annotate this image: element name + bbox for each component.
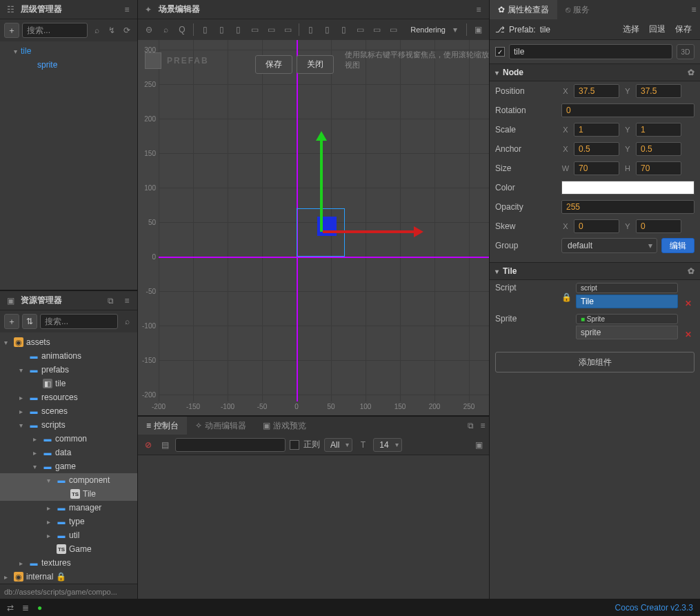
skew-y-input[interactable] [636, 219, 681, 233]
panel-menu-icon[interactable]: ≡ [472, 3, 485, 16]
distribute-icon[interactable]: ▯ [320, 23, 334, 37]
status-dot-icon[interactable]: ● [37, 603, 42, 613]
gear-icon[interactable]: ✿ [688, 68, 694, 77]
popout-icon[interactable]: ⧉ [104, 295, 117, 307]
prefab-save-button[interactable]: 保存 [255, 55, 292, 74]
asset-item[interactable]: ▸▬common [0, 432, 137, 446]
tab-preview[interactable]: ▣游戏预览 [254, 417, 314, 435]
distribute-icon[interactable]: ▯ [303, 23, 317, 37]
add-asset-button[interactable]: ＋ [4, 314, 19, 329]
add-node-button[interactable]: ＋ [4, 23, 19, 38]
asset-item[interactable]: ◧tile [0, 377, 137, 390]
asset-item[interactable]: ▾▬component [0, 473, 137, 487]
asset-item[interactable]: ▸▬scenes [0, 404, 137, 418]
distribute-icon[interactable]: ▭ [386, 23, 400, 37]
script-reference[interactable]: Tile [576, 295, 678, 308]
refresh-icon[interactable]: ⟳ [121, 24, 133, 37]
asset-item[interactable]: ▸▬data [0, 446, 137, 459]
position-x-input[interactable] [574, 84, 619, 98]
console-search-input[interactable] [175, 438, 286, 452]
asset-item[interactable]: TSGame [0, 542, 137, 556]
scene-viewport[interactable]: 300250200150100500-50-100-150-200 -200-1… [138, 40, 489, 415]
font-size-dropdown[interactable]: 14 [373, 438, 401, 452]
gear-icon[interactable]: ✿ [688, 266, 694, 276]
distribute-icon[interactable]: ▭ [353, 23, 367, 37]
align-icon[interactable]: ▭ [281, 23, 294, 37]
chevron-down-icon[interactable]: ▾ [448, 23, 462, 37]
prefab-close-button[interactable]: 关闭 [297, 55, 334, 74]
node-enabled-checkbox[interactable]: ✓ [495, 47, 505, 57]
asset-item[interactable]: ▸▬manager [0, 501, 137, 515]
sync-icon[interactable]: ⇄ [7, 603, 14, 613]
distribute-icon[interactable]: ▭ [370, 23, 383, 37]
tab-animation[interactable]: ✧动画编辑器 [187, 417, 254, 435]
hierarchy-item-tile[interactable]: ▾ tile [0, 44, 137, 58]
group-edit-button[interactable]: 编辑 [661, 238, 694, 253]
distribute-icon[interactable]: ▯ [337, 23, 350, 37]
gizmo-x-arrow[interactable] [323, 230, 421, 233]
panel-menu-icon[interactable]: ≡ [121, 295, 133, 307]
tab-service[interactable]: ⎋服务 [557, 0, 598, 19]
skew-x-input[interactable] [574, 219, 619, 233]
align-icon[interactable]: ▯ [198, 23, 212, 37]
clear-console-button[interactable]: ⊘ [142, 440, 154, 450]
asset-item[interactable]: ▾▬prefabs [0, 363, 137, 377]
size-h-input[interactable] [636, 161, 681, 175]
asset-item[interactable]: ▾▬game [0, 459, 137, 473]
tab-inspector[interactable]: ✿属性检查器 [490, 0, 557, 19]
opacity-input[interactable] [561, 200, 694, 214]
size-w-input[interactable] [574, 161, 619, 175]
hierarchy-item-sprite[interactable]: sprite [0, 58, 137, 72]
asset-item[interactable]: ▸▬textures [0, 556, 137, 570]
align-icon[interactable]: ▭ [264, 23, 278, 37]
anchor-y-input[interactable] [636, 142, 681, 156]
scale-x-input[interactable] [574, 123, 619, 137]
node-name-input[interactable] [509, 44, 672, 59]
sprite-reference[interactable]: sprite [576, 326, 678, 339]
panel-menu-icon[interactable]: ≡ [121, 3, 133, 16]
asset-item[interactable]: ▬animations [0, 349, 137, 363]
asset-item[interactable]: ▾▬scripts [0, 418, 137, 432]
panel-menu-icon[interactable]: ≡ [688, 3, 700, 16]
align-icon[interactable]: ▭ [248, 23, 261, 37]
expand-icon[interactable]: ▾ [14, 48, 21, 55]
regex-checkbox[interactable] [290, 440, 299, 450]
asset-item[interactable]: TSTile [0, 487, 137, 501]
section-tile[interactable]: ▾Tile ✿ [490, 262, 700, 280]
asset-item[interactable]: ▸◉internal 🔒 [0, 570, 137, 584]
zoom-in-icon[interactable]: ⌕ [159, 23, 172, 37]
prefab-select-button[interactable]: 选择 [620, 23, 642, 35]
panel-menu-icon[interactable]: ≡ [477, 419, 489, 432]
remove-script-button[interactable]: ✕ [682, 299, 694, 308]
prefab-save-button[interactable]: 保存 [672, 23, 694, 35]
zoom-out-icon[interactable]: ⊖ [142, 23, 156, 37]
sort-button[interactable]: ⇅ [22, 314, 37, 329]
remove-sprite-button[interactable]: ✕ [682, 330, 694, 339]
asset-item[interactable]: ▾◉assets [0, 335, 137, 349]
add-component-button[interactable]: 添加组件 [495, 352, 694, 372]
popout-icon[interactable]: ⧉ [464, 419, 477, 432]
align-icon[interactable]: ▯ [214, 23, 228, 37]
scale-y-input[interactable] [636, 123, 681, 137]
log-icon[interactable]: ≣ [22, 603, 29, 613]
log-file-icon[interactable]: ▤ [159, 439, 171, 451]
3d-toggle[interactable]: 3D [677, 44, 694, 59]
rotation-input[interactable] [561, 103, 694, 117]
color-picker[interactable] [561, 181, 694, 195]
prefab-revert-button[interactable]: 回退 [646, 23, 668, 35]
asset-item[interactable]: ▸▬type [0, 515, 137, 528]
search-icon[interactable]: ⌕ [121, 315, 133, 328]
collapse-icon[interactable]: ↯ [106, 24, 118, 37]
align-icon[interactable]: ▯ [231, 23, 245, 37]
tab-console[interactable]: ≡控制台 [138, 417, 187, 435]
assets-search-input[interactable]: 搜索... [40, 314, 118, 329]
section-node[interactable]: ▾Node ✿ [490, 63, 700, 81]
hierarchy-search-input[interactable]: 搜索... [22, 23, 88, 38]
search-icon[interactable]: ⌕ [90, 24, 103, 37]
anchor-x-input[interactable] [574, 142, 619, 156]
gizmo-y-arrow[interactable] [320, 134, 323, 232]
zoom-reset-icon[interactable]: Q [175, 23, 189, 37]
collapse-icon[interactable]: ▣ [472, 439, 485, 451]
camera-icon[interactable]: ▣ [471, 23, 485, 37]
position-y-input[interactable] [636, 84, 681, 98]
